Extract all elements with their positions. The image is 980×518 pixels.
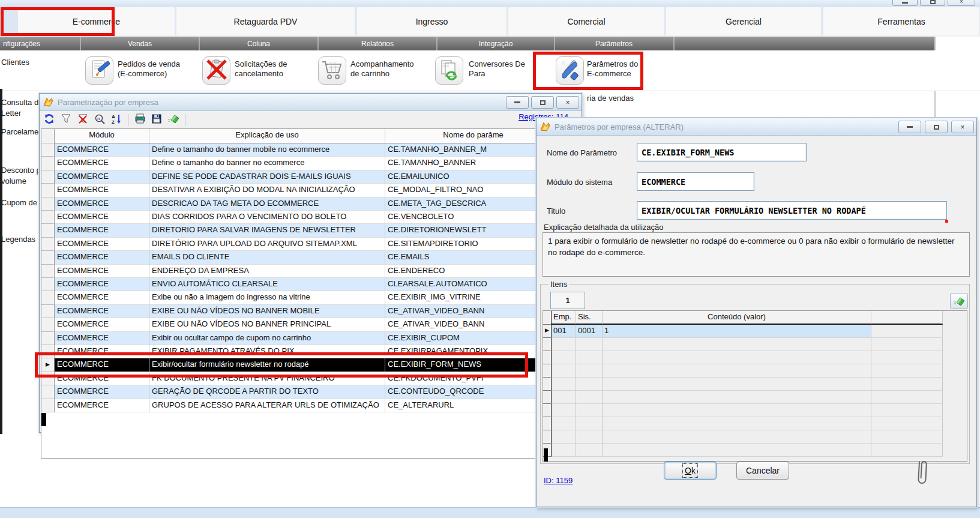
menu-relat-rios[interactable]: Relatórios	[318, 37, 437, 50]
app-minimize-button[interactable]	[892, 0, 918, 6]
row-selector[interactable]	[41, 251, 55, 264]
row-selector[interactable]	[41, 224, 55, 237]
app-close-button[interactable]: ×	[948, 0, 975, 6]
sidebar-item-clientes[interactable]: Clientes	[1, 58, 29, 67]
table-row[interactable]: ECOMMERCEDIRETÓRIO PARA UPLOAD DO ARQUIV…	[41, 238, 563, 251]
refresh-toolbar-button[interactable]	[43, 113, 56, 127]
itens-column-header-1[interactable]: Emp.	[552, 311, 576, 325]
tab-ferramentas[interactable]: Ferramentas	[823, 7, 980, 35]
itens-empty-row[interactable]	[543, 364, 967, 378]
window2-minimize-button[interactable]	[898, 121, 921, 133]
menu-nfigura-es[interactable]: nfigurações	[0, 37, 80, 50]
row-selector[interactable]	[41, 170, 55, 184]
itens-row-selector[interactable]	[543, 351, 552, 364]
itens-empty-row[interactable]	[543, 430, 967, 444]
row-selector[interactable]	[41, 265, 55, 278]
itens-empty-row[interactable]	[543, 417, 967, 430]
itens-row[interactable]: ▶00100011	[543, 325, 967, 338]
itens-empty-row[interactable]	[543, 351, 967, 364]
window1-titlebar[interactable]: Parametrização por empresa ×	[40, 94, 582, 111]
ok-button[interactable]: Ok	[664, 462, 717, 480]
table-row[interactable]: ECOMMERCEEXIBE OU NÃO VÍDEOS NO BANNER M…	[41, 305, 563, 318]
menu-par-metros[interactable]: Parâmetros	[555, 37, 673, 50]
column-header-m-dulo[interactable]: Módulo	[55, 129, 149, 143]
ribbon-button-2[interactable]	[318, 56, 346, 85]
itens-row-selector[interactable]	[543, 404, 552, 417]
table-row[interactable]: ECOMMERCEGRUPOS DE ACESSO PARA ALTERAR U…	[41, 399, 563, 412]
table-row[interactable]: ECOMMERCEDefine o tamanho do banner mobi…	[41, 143, 563, 157]
table-row[interactable]: ECOMMERCEGERAÇÃO DE QRCODE A PARTIR DO T…	[41, 385, 563, 399]
itens-row-selector[interactable]	[543, 338, 552, 351]
row-selector[interactable]	[41, 211, 55, 224]
itens-count-field[interactable]: 1	[550, 292, 585, 309]
itens-grid[interactable]: Emp.Sis.Conteúdo (valor)▶00100011	[543, 310, 967, 462]
nome-parametro-field[interactable]: CE.EXIBIR_FORM_NEWS	[637, 143, 807, 161]
app-restore-button[interactable]	[920, 0, 945, 6]
filter-toolbar-button[interactable]	[59, 113, 73, 127]
itens-empty-row[interactable]	[543, 404, 967, 417]
table-row[interactable]: ECOMMERCEENDEREÇO DA EMPRESACE.ENDERECO	[41, 265, 563, 278]
itens-column-header-3[interactable]: Conteúdo (valor)	[603, 311, 871, 325]
find-toolbar-button[interactable]: n	[93, 113, 106, 127]
itens-row-selector[interactable]	[543, 391, 552, 404]
column-header-nome-do-par-me[interactable]: Nome do parâme	[385, 129, 562, 143]
tab-comercial[interactable]: Comercial	[508, 7, 665, 35]
table-row[interactable]: ECOMMERCEDEFINE SE PODE CADASTRAR DOIS E…	[41, 170, 563, 184]
sidebar-item-volume[interactable]: volume	[1, 176, 26, 185]
ribbon-button-0[interactable]	[85, 56, 113, 85]
itens-row-selector[interactable]	[543, 430, 552, 444]
sidebar-item-parcelame[interactable]: Parcelame	[1, 127, 38, 136]
sidebar-item-legendas[interactable]: Legendas	[1, 235, 35, 244]
row-selector[interactable]	[41, 291, 55, 304]
sort-az-toolbar-button[interactable]: AZ	[110, 113, 123, 127]
column-header-explica-o-de-uso[interactable]: Explicação de uso	[149, 129, 385, 143]
table-row[interactable]: ECOMMERCEENVIO AUTOMÁTICO CLEARSALECLEAR…	[41, 278, 563, 291]
row-selector[interactable]	[41, 184, 55, 197]
table-row[interactable]: ECOMMERCEExibe ou não a imagem do ingres…	[41, 291, 563, 304]
itens-row-selector[interactable]	[543, 417, 552, 430]
row-selector[interactable]	[41, 143, 55, 157]
itens-row-selector[interactable]	[543, 378, 552, 391]
row-selector[interactable]	[41, 305, 55, 318]
menu-vendas[interactable]: Vendas	[80, 37, 199, 50]
itens-empty-row[interactable]	[543, 338, 967, 351]
cancel-button[interactable]: Cancelar	[736, 462, 789, 480]
explicacao-textarea[interactable]: 1 para exibir o formulário de newsletter…	[543, 232, 970, 277]
id-link[interactable]: ID: 1159	[544, 476, 573, 485]
itens-column-header-2[interactable]: Sis.	[576, 311, 603, 325]
window1-restore-button[interactable]	[531, 96, 554, 109]
table-row[interactable]: ECOMMERCEExibir ou ocultar campo de cupo…	[41, 332, 563, 345]
window2-restore-button[interactable]	[925, 121, 948, 133]
window1-close-button[interactable]: ×	[556, 96, 579, 109]
row-selector[interactable]	[41, 399, 55, 412]
menu-coluna[interactable]: Coluna	[199, 37, 318, 50]
window1-minimize-button[interactable]	[506, 96, 529, 109]
window2-close-button[interactable]: ×	[951, 121, 974, 133]
menu-integra-o[interactable]: Integração	[437, 37, 555, 50]
titulo-field[interactable]: EXIBIR/OCULTAR FORMULÁRIO NEWSLETTER NO …	[637, 201, 947, 220]
table-row[interactable]: ECOMMERCEDESATIVAR A EXIBIÇÃO DO MODAL N…	[41, 184, 563, 197]
table-row[interactable]: ECOMMERCEDIRETORIO PARA SALVAR IMAGENS D…	[41, 224, 563, 237]
tab-retaguarda-pdv[interactable]: Retaguarda PDV	[176, 7, 355, 35]
save-toolbar-button[interactable]	[150, 113, 163, 127]
itens-row-selector[interactable]	[543, 364, 552, 378]
table-row[interactable]: ECOMMERCEDESCRICAO DA TAG META DO ECOMME…	[41, 197, 563, 211]
modulo-sistema-field[interactable]: ECOMMERCE	[637, 172, 754, 191]
row-selector[interactable]	[41, 278, 55, 291]
itens-empty-row[interactable]	[543, 444, 967, 457]
sidebar-item-consulta-d[interactable]: Consulta d	[1, 98, 38, 107]
itens-empty-row[interactable]	[543, 391, 967, 404]
printer-toolbar-button[interactable]	[133, 113, 146, 127]
eraser-toolbar-button[interactable]	[167, 113, 180, 127]
row-selector[interactable]	[41, 318, 55, 331]
sidebar-item-desconto-p[interactable]: Desconto p	[1, 166, 41, 175]
tab-ingresso[interactable]: Ingresso	[356, 7, 507, 35]
itens-empty-row[interactable]	[543, 378, 967, 391]
row-selector[interactable]	[41, 332, 55, 345]
table-row[interactable]: ECOMMERCEEXIBE OU NÃO VÍDEOS NO BANNER P…	[41, 318, 563, 331]
itens-eraser-button[interactable]	[950, 293, 968, 309]
tab-gerencial[interactable]: Gerencial	[666, 7, 822, 35]
ribbon-button-1[interactable]	[202, 56, 230, 85]
parameters-table[interactable]: MóduloExplicação de usoNome do parâmeECO…	[41, 128, 564, 459]
sidebar-item-letter[interactable]: Letter	[1, 109, 21, 118]
